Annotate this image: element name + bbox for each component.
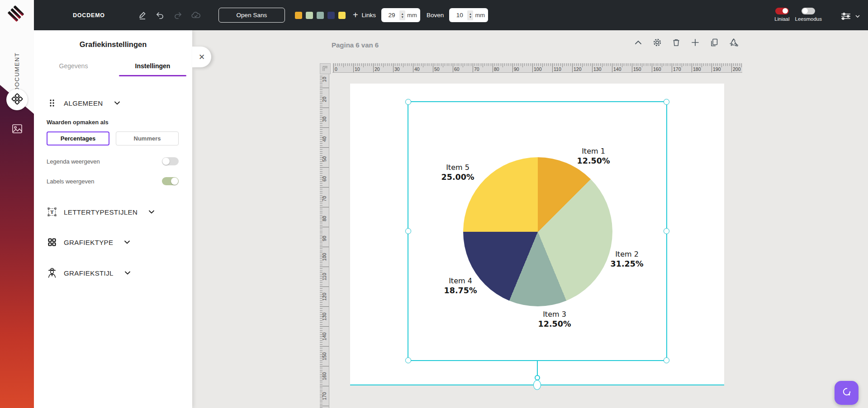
section-charttype-header[interactable]: GRAFIEKTYPE <box>47 238 179 247</box>
section-algemeen-title: ALGEMEEN <box>64 99 103 107</box>
theme-color-swatches <box>295 12 346 19</box>
margin-top-input[interactable] <box>454 12 465 19</box>
application: DOCDEMO Open Sans + Links <box>0 0 868 408</box>
duplicate-page-icon[interactable] <box>709 38 719 47</box>
color-swatch-2[interactable] <box>306 12 313 19</box>
image-tool-button[interactable] <box>11 123 23 135</box>
margin-left-label: Links <box>362 12 376 19</box>
image-icon <box>11 128 23 136</box>
assistant-icon <box>841 386 853 400</box>
sliders-settings-icon[interactable] <box>840 11 852 23</box>
cloud-saved-icon <box>190 10 201 20</box>
margin-left-stepper[interactable]: ▲▼ <box>399 10 405 20</box>
labels-toggle-row: Labels weergeven <box>47 177 179 185</box>
document-canvas: Pagina 6 van 6 01020304050607 <box>192 30 868 408</box>
grid-squares-icon <box>47 238 57 247</box>
delete-page-trash-icon[interactable] <box>671 38 681 47</box>
chevron-down-icon <box>123 269 132 277</box>
color-swatch-5[interactable] <box>338 12 346 19</box>
app-title: DOCDEMO <box>73 12 105 19</box>
undo-icon[interactable] <box>155 10 165 20</box>
labels-toggle-label: Labels weergeven <box>47 178 95 185</box>
legend-toggle-label: Legenda weergeven <box>47 158 100 165</box>
legend-toggle-row: Legenda weergeven <box>47 157 179 165</box>
chart-tool-button[interactable] <box>6 89 28 110</box>
nummers-button[interactable]: Nummers <box>116 131 179 145</box>
collapse-up-icon[interactable] <box>633 38 643 47</box>
format-options: Percentages Nummers <box>47 131 179 145</box>
section-fontstyles-title: LETTERTYPESTIJLEN <box>64 208 138 216</box>
view-controls: Liniaal Leesmodus <box>769 8 861 23</box>
color-swatch-1[interactable] <box>295 12 302 19</box>
margin-top-label: Boven <box>427 12 444 19</box>
color-swatch-3[interactable] <box>317 12 324 19</box>
leesmodus-label: Leesmodus <box>795 16 822 22</box>
svg-text:T: T <box>50 209 54 215</box>
assistant-button[interactable] <box>835 381 859 405</box>
chevron-down-icon <box>123 238 131 246</box>
edit-pencil-icon[interactable] <box>138 10 147 20</box>
app-logo-icon[interactable] <box>6 4 26 23</box>
section-chartstyle-header[interactable]: GRAFIEKSTIJL <box>47 267 179 278</box>
chart-settings-panel: ✕ Grafiekinstellingen Gegevens Instellin… <box>34 30 192 408</box>
recycle-refresh-icon[interactable] <box>728 38 739 47</box>
horizontal-ruler: 0102030405060708090100110120130140150160… <box>332 63 742 73</box>
ruler-toggle-group: Liniaal <box>774 8 789 22</box>
color-swatch-4[interactable] <box>327 12 335 19</box>
resize-handle-mid-left[interactable] <box>405 228 411 234</box>
font-family-button[interactable]: Open Sans <box>218 8 285 23</box>
resize-handle-top-right[interactable] <box>664 99 669 105</box>
liniaal-toggle[interactable] <box>775 8 789 14</box>
person-style-icon <box>47 267 57 278</box>
page-indicator: Pagina 6 van 6 <box>332 41 379 49</box>
chevron-down-icon <box>113 99 121 107</box>
vertical-ruler: 1020304050607080901001101201301401501601… <box>320 74 329 408</box>
section-chartstyle-title: GRAFIEKSTIJL <box>64 269 114 277</box>
close-icon: ✕ <box>199 52 205 62</box>
tab-instellingen[interactable]: Instellingen <box>113 62 192 76</box>
readmode-toggle-group: Leesmodus <box>795 8 822 22</box>
percentages-button[interactable]: Percentages <box>47 131 109 145</box>
liniaal-label: Liniaal <box>774 16 789 22</box>
topbar: DOCDEMO Open Sans + Links <box>34 0 868 30</box>
shapes-diamond-icon <box>11 93 23 107</box>
page-resize-handle[interactable] <box>533 380 541 390</box>
drag-handle-icon[interactable] <box>47 99 57 107</box>
panel-title: Grafiekinstellingen <box>34 40 192 49</box>
resize-handle-top-left[interactable] <box>405 99 411 105</box>
chevron-down-icon[interactable] <box>854 13 861 21</box>
panel-body: ALGEMEEN Waarden opmaken als Percentages… <box>34 99 192 278</box>
resize-handle-mid-right[interactable] <box>664 228 669 234</box>
panel-tabs: Gegevens Instellingen <box>34 62 192 76</box>
chevron-down-icon <box>147 208 156 216</box>
add-page-plus-icon[interactable] <box>690 38 700 47</box>
section-charttype-title: GRAFIEKTYPE <box>64 239 113 246</box>
section-algemeen-header[interactable]: ALGEMEEN <box>47 99 179 107</box>
margin-top-stepper[interactable]: ▲▼ <box>467 10 473 20</box>
redo-icon[interactable] <box>173 10 183 20</box>
margin-left-inputbox: ▲▼ mm <box>381 8 420 22</box>
page-settings-gear-icon[interactable] <box>652 38 662 47</box>
selection-box <box>408 101 667 361</box>
margin-left-input[interactable] <box>386 12 398 19</box>
canvas-toolbar <box>633 38 739 47</box>
section-fontstyles-header[interactable]: T LETTERTYPESTIJLEN <box>47 207 179 217</box>
labels-toggle[interactable] <box>162 177 179 185</box>
legend-toggle[interactable] <box>162 157 179 165</box>
margin-top-inputbox: ▲▼ mm <box>449 8 488 22</box>
ruler-corner <box>320 63 331 74</box>
edit-tool-group <box>138 10 201 20</box>
resize-handle-bottom-left[interactable] <box>405 357 411 363</box>
margin-top-unit: mm <box>475 12 485 19</box>
format-values-label: Waarden opmaken als <box>47 119 179 126</box>
add-color-icon[interactable]: + <box>353 10 358 20</box>
leesmodus-toggle[interactable] <box>802 8 815 14</box>
resize-handle-bottom-right[interactable] <box>664 357 669 363</box>
tab-gegevens[interactable]: Gegevens <box>34 62 113 76</box>
margin-left-unit: mm <box>407 12 417 19</box>
left-rail: DOCUMENT <box>0 0 34 408</box>
text-style-icon: T <box>47 207 57 217</box>
